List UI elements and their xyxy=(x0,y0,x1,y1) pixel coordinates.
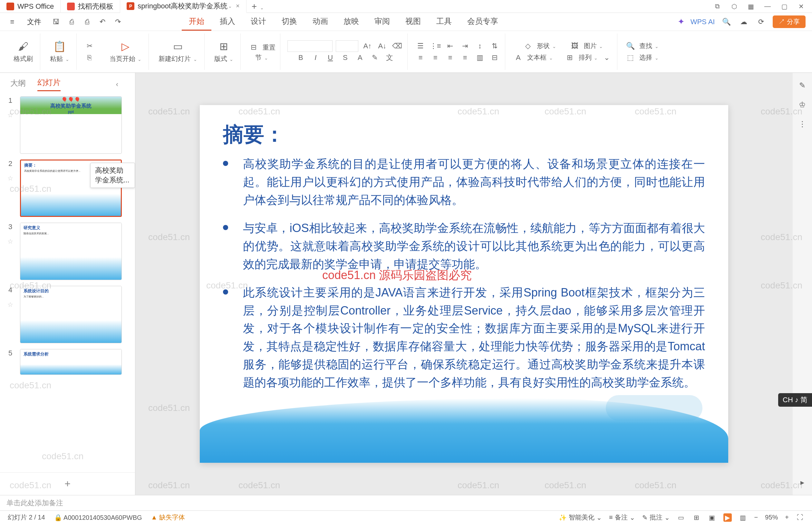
add-slide-button[interactable]: + xyxy=(0,472,135,495)
zoom-out-button[interactable]: − xyxy=(754,514,758,521)
search-icon[interactable]: 🔍 xyxy=(720,16,732,28)
slide-list[interactable]: 1☆ 🎈🎈🎈 高校奖助学金系统 ppt 高校奖助学金系统... 2☆ 摘要：高校… xyxy=(0,91,135,472)
print-icon[interactable]: ⎙ xyxy=(81,16,93,28)
tab-document[interactable]: P springboot高校奖助学金系统 ⌄ × xyxy=(120,0,246,13)
close-window-button[interactable]: ✕ xyxy=(797,2,806,11)
font-select[interactable] xyxy=(287,40,333,52)
vertical-align-icon[interactable]: ⊟ xyxy=(489,52,500,64)
tab-wps-office[interactable]: WPS Office xyxy=(0,0,61,13)
current-slide[interactable]: 摘要： 高校奖助学金系统的目的是让使用者可以更方便的将人、设备和场景更立体的连接… xyxy=(200,105,728,463)
slide-thumbnail-5[interactable]: 系统需求分析 xyxy=(20,349,122,375)
bold-icon[interactable]: B xyxy=(295,52,306,64)
cube-icon[interactable]: ⬡ xyxy=(730,2,739,11)
align-right-icon[interactable]: ≡ xyxy=(444,52,456,64)
more-tools-icon[interactable]: ⋮ xyxy=(796,118,809,130)
close-tab-icon[interactable]: × xyxy=(236,2,240,10)
tab-slideshow[interactable]: 放映 xyxy=(336,13,366,31)
beautify-button[interactable]: ✨ 智能美化 ⌄ xyxy=(559,513,602,522)
tab-member[interactable]: 会员专享 xyxy=(460,13,505,31)
decrease-font-icon[interactable]: A↓ xyxy=(376,40,388,52)
picture-button[interactable]: 图片 ⌄ xyxy=(584,42,603,50)
layout-button[interactable]: ⊞版式 ⌄ xyxy=(212,39,236,64)
fit-screen-icon[interactable]: ⛶ xyxy=(796,513,804,522)
text-direction-icon[interactable]: ⇅ xyxy=(489,40,500,52)
star-icon[interactable]: ☆ xyxy=(7,301,13,308)
file-menu[interactable]: 文件 xyxy=(22,17,46,27)
from-current-button[interactable]: ▷当页开始 ⌄ xyxy=(107,39,144,64)
indent-dec-icon[interactable]: ⇤ xyxy=(444,40,456,52)
tab-start[interactable]: 开始 xyxy=(182,13,211,31)
notes-toggle[interactable]: ≡ 备注 ⌄ xyxy=(609,513,635,522)
copy-icon[interactable]: ⎘ xyxy=(84,52,95,64)
align-center-icon[interactable]: ≡ xyxy=(430,52,441,64)
ime-indicator[interactable]: CH ♪ 简 xyxy=(778,393,812,407)
export-icon[interactable]: ⎙ xyxy=(66,16,77,28)
section-icon[interactable]: ⊟ xyxy=(248,42,260,53)
slides-tab[interactable]: 幻灯片 xyxy=(37,77,61,91)
align-left-icon[interactable]: ≡ xyxy=(415,52,426,64)
slide-thumbnail-1[interactable]: 🎈🎈🎈 高校奖助学金系统 ppt xyxy=(20,96,122,154)
font-size-select[interactable] xyxy=(336,40,358,52)
hamburger-icon[interactable]: ≡ xyxy=(6,16,18,28)
review-toggle[interactable]: ✎ 批注 ⌄ xyxy=(642,513,670,522)
textbox-button[interactable]: 文本框 ⌄ xyxy=(527,53,553,62)
star-icon[interactable]: ☆ xyxy=(7,238,13,245)
maximize-button[interactable]: ▢ xyxy=(780,2,789,11)
zoom-level[interactable]: 95% xyxy=(765,514,778,521)
add-tab-button[interactable]: + ⌄ xyxy=(247,1,269,12)
star-icon[interactable]: ☆ xyxy=(7,111,13,119)
increase-font-icon[interactable]: A↑ xyxy=(362,40,373,52)
clear-format-icon[interactable]: ⌫ xyxy=(391,40,403,52)
missing-font-warning[interactable]: ▲ 缺失字体 xyxy=(151,513,185,522)
slide-title[interactable]: 摘要： xyxy=(200,105,728,155)
paste-button[interactable]: 📋粘贴 ⌄ xyxy=(47,39,72,64)
italic-icon[interactable]: I xyxy=(310,52,321,64)
sorter-view-icon[interactable]: ⊞ xyxy=(693,513,701,522)
highlight-icon[interactable]: ✎ xyxy=(369,52,381,64)
arrange-button[interactable]: 排列 ⌄ xyxy=(579,53,598,62)
save-icon[interactable]: 🖫 xyxy=(50,16,62,28)
tab-review[interactable]: 审阅 xyxy=(367,13,397,31)
slideshow-play-icon[interactable]: ▶ xyxy=(724,513,732,522)
zoom-in-button[interactable]: + xyxy=(785,514,789,521)
tab-view[interactable]: 视图 xyxy=(398,13,428,31)
tab-animation[interactable]: 动画 xyxy=(305,13,335,31)
minimize-button[interactable]: — xyxy=(763,2,772,11)
layout-view-icon[interactable]: ▥ xyxy=(739,513,747,522)
outline-tab[interactable]: 大纲 xyxy=(10,78,26,91)
find-button[interactable]: 查找 ⌄ xyxy=(639,42,659,50)
tab-tools[interactable]: 工具 xyxy=(429,13,459,31)
slide-canvas[interactable]: 摘要： 高校奖助学金系统的目的是让使用者可以更方便的将人、设备和场景更立体的连接… xyxy=(135,73,793,495)
pencil-tool-icon[interactable]: ✎ xyxy=(796,79,809,92)
tab-insert[interactable]: 插入 xyxy=(213,13,242,31)
undo-icon[interactable]: ↶ xyxy=(97,16,108,28)
section-button[interactable]: 节 ⌄ xyxy=(255,53,268,62)
tab-templates[interactable]: 找稻壳模板 xyxy=(61,0,120,13)
crown-icon[interactable]: ♔ xyxy=(796,99,809,111)
reset-button[interactable]: 重置 xyxy=(263,43,276,52)
slide-thumbnail-3[interactable]: 研究意义随着信息技术的发展... xyxy=(20,223,122,280)
wps-ai-button[interactable]: WPS AI xyxy=(691,18,715,26)
window-copy-icon[interactable]: ⧉ xyxy=(713,2,722,11)
cloud-upload-icon[interactable]: ☁ xyxy=(738,16,749,28)
select-button[interactable]: 选择 ⌄ xyxy=(639,53,659,62)
align-justify-icon[interactable]: ≡ xyxy=(459,52,471,64)
shape-button[interactable]: 形状 ⌄ xyxy=(537,42,556,50)
new-slide-button[interactable]: ▭新建幻灯片 ⌄ xyxy=(156,39,200,64)
line-spacing-icon[interactable]: ↕ xyxy=(474,40,485,52)
tab-transition[interactable]: 切换 xyxy=(275,13,304,31)
collapse-panel-icon[interactable]: ‹ xyxy=(116,80,118,88)
bullets-icon[interactable]: ☰ xyxy=(415,40,426,52)
notes-bar[interactable]: 单击此处添加备注 xyxy=(0,495,812,510)
tab-design[interactable]: 设计 xyxy=(244,13,273,31)
normal-view-icon[interactable]: ▭ xyxy=(677,513,685,522)
slide-body[interactable]: 高校奖助学金系统的目的是让使用者可以更方便的将人、设备和场景更立体的连接在一起。… xyxy=(200,155,728,392)
columns-icon[interactable]: ▥ xyxy=(474,52,485,64)
slide-thumbnail-4[interactable]: 系统设计目的为了能够更好的... xyxy=(20,286,122,343)
share-button[interactable]: ↗ 分享 xyxy=(773,15,806,28)
font-effects-icon[interactable]: 文 xyxy=(384,52,395,64)
indent-inc-icon[interactable]: ⇥ xyxy=(459,40,471,52)
format-brush-button[interactable]: 🖌格式刷 xyxy=(11,39,35,64)
star-icon[interactable]: ☆ xyxy=(7,174,13,182)
font-color-icon[interactable]: A xyxy=(354,52,366,64)
